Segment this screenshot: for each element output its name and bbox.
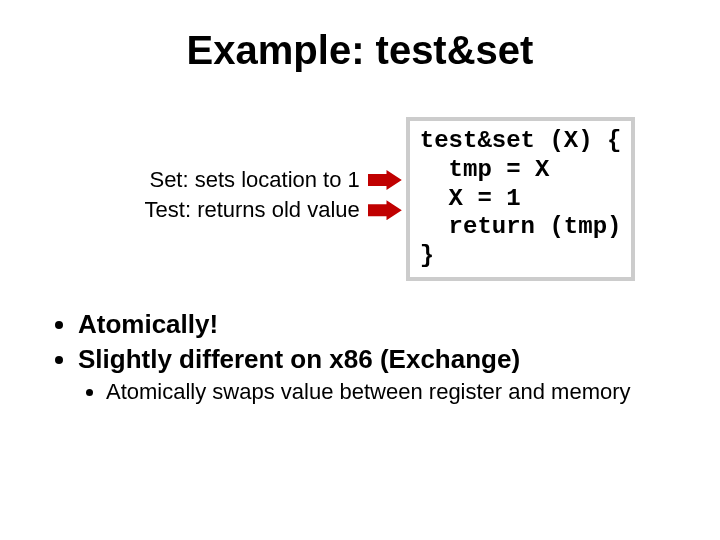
code-line: tmp = X — [420, 156, 550, 183]
arrow-right-icon — [368, 200, 402, 220]
code-box: test&set (X) { tmp = X X = 1 return (tmp… — [406, 117, 636, 281]
bullet-text: Slightly different on x86 (Exchange) — [78, 344, 520, 374]
code-line: test&set (X) { — [420, 127, 622, 154]
annotations: Set: sets location to 1 Test: returns ol… — [145, 117, 402, 225]
upper-row: Set: sets location to 1 Test: returns ol… — [100, 117, 680, 281]
page-title: Example: test&set — [40, 28, 680, 73]
arrow-right-icon — [368, 170, 402, 190]
annotation-set-text: Set: sets location to 1 — [149, 168, 359, 192]
annotation-set: Set: sets location to 1 — [149, 168, 401, 192]
bullet-item: Atomically! — [78, 309, 670, 340]
code-line: X = 1 — [420, 185, 521, 212]
bullet-item: Slightly different on x86 (Exchange) Ato… — [78, 344, 670, 405]
code-line: } — [420, 242, 434, 269]
sub-bullet-item: Atomically swaps value between register … — [106, 379, 670, 405]
annotation-test: Test: returns old value — [145, 198, 402, 222]
code-line: return (tmp) — [420, 213, 622, 240]
slide: Example: test&set Set: sets location to … — [0, 0, 720, 540]
annotation-test-text: Test: returns old value — [145, 198, 360, 222]
bullet-list: Atomically! Slightly different on x86 (E… — [50, 309, 670, 405]
